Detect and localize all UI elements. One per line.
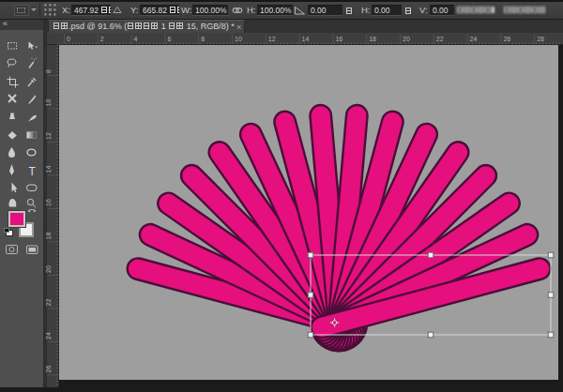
svg-text:26: 26: [503, 36, 510, 42]
svg-text:22: 22: [45, 299, 52, 307]
svg-text:0: 0: [67, 36, 70, 42]
svg-text:14: 14: [45, 166, 52, 173]
svg-text:2: 2: [100, 36, 104, 42]
svg-text:10: 10: [235, 36, 242, 42]
svg-text:18: 18: [45, 233, 52, 240]
svg-text:24: 24: [470, 36, 478, 42]
svg-text:22: 22: [436, 36, 444, 42]
svg-text:14: 14: [302, 36, 310, 42]
svg-text:20: 20: [403, 36, 410, 42]
svg-text:24: 24: [45, 332, 52, 339]
svg-text:26: 26: [45, 366, 52, 373]
svg-text:12: 12: [45, 132, 52, 140]
svg-text:8: 8: [45, 69, 52, 73]
svg-text:20: 20: [45, 265, 52, 273]
svg-text:4: 4: [134, 36, 138, 42]
svg-text:8: 8: [201, 36, 205, 42]
svg-text:28: 28: [537, 36, 544, 42]
svg-text:18: 18: [369, 36, 376, 42]
svg-text:6: 6: [167, 36, 171, 42]
svg-text:12: 12: [268, 36, 276, 42]
svg-text:10: 10: [45, 99, 52, 107]
svg-text:16: 16: [335, 36, 342, 42]
svg-text:16: 16: [45, 199, 52, 206]
